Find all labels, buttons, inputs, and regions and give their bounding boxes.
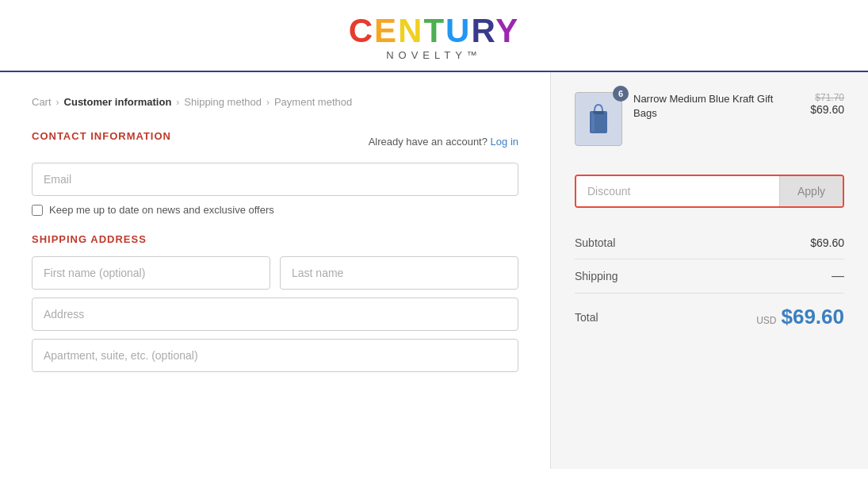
product-image (575, 92, 622, 146)
svg-rect-2 (591, 113, 595, 132)
total-value-wrap: USD $69.60 (756, 305, 844, 329)
product-prices: $71.70 $69.60 (810, 92, 844, 116)
chevron-icon-2: › (176, 97, 179, 108)
subtotal-value: $69.60 (810, 236, 844, 249)
shipping-section-heading: SHIPPING ADDRESS (32, 233, 518, 245)
shipping-label: Shipping (575, 270, 618, 282)
newsletter-checkbox[interactable] (32, 205, 43, 216)
address-field[interactable] (32, 298, 518, 331)
total-amount: $69.60 (781, 305, 844, 329)
breadcrumb: Cart › Customer information › Shipping m… (32, 96, 518, 108)
product-image-wrap: 6 (575, 92, 622, 146)
breadcrumb-payment[interactable]: Payment method (274, 96, 352, 108)
product-info: Narrow Medium Blue Kraft Gift Bags (633, 92, 799, 121)
total-label: Total (575, 311, 598, 324)
newsletter-label: Keep me up to date on news and exclusive… (49, 204, 274, 216)
newsletter-row: Keep me up to date on news and exclusive… (32, 204, 518, 216)
shipping-row: Shipping — (575, 259, 844, 294)
subtotal-row: Subtotal $69.60 (575, 227, 844, 259)
contact-info-row: CONTACT INFORMATION Already have an acco… (32, 130, 518, 153)
product-item: 6 Narrow Medium Blue Kraft Gift Bags $71… (575, 92, 844, 159)
log-in-link[interactable]: Log in (491, 136, 518, 148)
discount-box: Apply (575, 175, 844, 208)
last-name-field[interactable] (280, 256, 518, 290)
right-panel: 6 Narrow Medium Blue Kraft Gift Bags $71… (551, 72, 868, 469)
bag-svg (587, 102, 610, 136)
contact-section-heading: CONTACT INFORMATION (32, 130, 171, 142)
apt-field[interactable] (32, 339, 518, 372)
already-account-text: Already have an account? Log in (369, 136, 518, 148)
apply-button[interactable]: Apply (779, 176, 843, 206)
price-current: $69.60 (810, 103, 844, 116)
logo-century: CENTURY (0, 14, 868, 48)
breadcrumb-cart[interactable]: Cart (32, 96, 52, 108)
product-qty-badge: 6 (613, 86, 629, 102)
main-layout: Cart › Customer information › Shipping m… (0, 72, 868, 469)
total-row: Total USD $69.60 (575, 294, 844, 329)
left-panel: Cart › Customer information › Shipping m… (0, 72, 551, 469)
name-row (32, 256, 518, 290)
svg-rect-1 (593, 111, 604, 114)
total-usd: USD (756, 315, 776, 326)
subtotal-label: Subtotal (575, 236, 615, 249)
chevron-icon-1: › (56, 97, 59, 108)
breadcrumb-shipping[interactable]: Shipping method (184, 96, 262, 108)
email-field[interactable] (32, 163, 518, 196)
chevron-icon-3: › (266, 97, 270, 108)
price-original: $71.70 (810, 92, 844, 103)
discount-input[interactable] (576, 176, 779, 206)
first-name-field[interactable] (32, 256, 270, 290)
breadcrumb-customer-info[interactable]: Customer information (64, 96, 172, 108)
logo-novelty: NOVELTY™ (0, 49, 868, 61)
shipping-value: — (832, 269, 844, 283)
site-header: CENTURY NOVELTY™ (0, 0, 868, 72)
product-name: Narrow Medium Blue Kraft Gift Bags (633, 92, 799, 121)
